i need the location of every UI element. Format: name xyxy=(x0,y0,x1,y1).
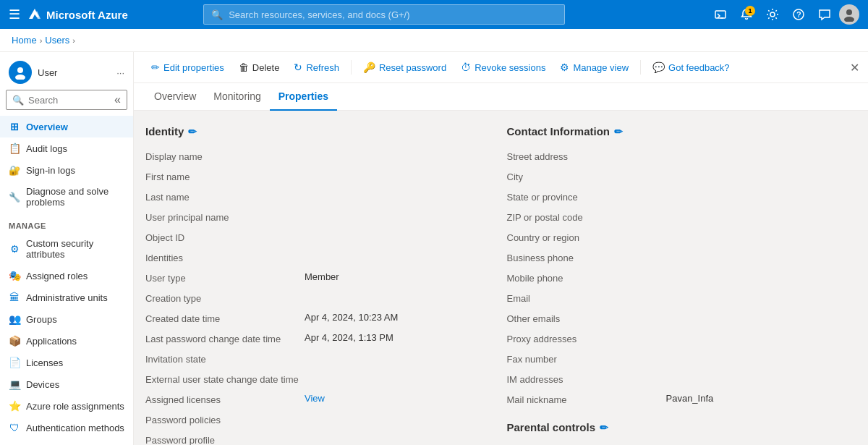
close-button[interactable]: ✕ xyxy=(847,58,862,77)
notifications-icon[interactable]: 1 xyxy=(735,3,758,26)
azure-roles-icon: ⭐ xyxy=(9,400,20,412)
prop-label: City xyxy=(507,170,666,182)
sidebar-item-auth-methods[interactable]: 🛡 Authentication methods xyxy=(0,417,133,438)
sidebar-item-custom-security[interactable]: ⚙ Custom security attributes xyxy=(0,233,133,265)
sidebar-item-groups[interactable]: 👥 Groups xyxy=(0,308,133,330)
app-logo: Microsoft Azure xyxy=(27,7,128,22)
sidebar-collapse-icon[interactable]: « xyxy=(114,93,121,106)
breadcrumb-users[interactable]: Users xyxy=(45,35,69,46)
prop-label: Identities xyxy=(145,251,305,263)
sidebar-item-auth-methods-label: Authentication methods xyxy=(26,423,124,433)
sidebar-item-audit-logs[interactable]: 📋 Audit logs xyxy=(0,137,133,159)
table-row: Proxy addresses xyxy=(507,329,846,349)
toolbar: ✏ Edit properties 🗑 Delete ↻ Refresh 🔑 R… xyxy=(134,52,868,83)
edit-icon: ✏ xyxy=(151,62,160,73)
parental-section-title: Parental controls ✏ xyxy=(507,421,846,433)
contact-section-title: Contact Information ✏ xyxy=(507,125,846,137)
user-avatar[interactable] xyxy=(839,4,859,25)
delete-button[interactable]: 🗑 Delete xyxy=(233,58,286,77)
table-row: Other emails xyxy=(507,308,846,329)
global-search[interactable]: 🔍 xyxy=(203,4,565,25)
prop-label: Fax number xyxy=(507,352,666,365)
feedback-icon: 💬 xyxy=(652,62,665,73)
revoke-sessions-button[interactable]: ⏱ Revoke sessions xyxy=(455,58,551,77)
sidebar-search-box[interactable]: 🔍 « xyxy=(6,90,127,110)
sidebar-search-input[interactable] xyxy=(28,95,110,106)
table-row: Invitation state xyxy=(145,349,484,369)
hamburger-icon[interactable]: ☰ xyxy=(9,7,20,22)
sidebar-item-assigned-roles[interactable]: 🎭 Assigned roles xyxy=(0,265,133,287)
sidebar-item-overview[interactable]: ⊞ Overview xyxy=(0,116,133,137)
search-icon: 🔍 xyxy=(211,9,223,20)
identity-edit-icon[interactable]: ✏ xyxy=(188,126,197,137)
svg-point-10 xyxy=(15,75,25,80)
search-input[interactable] xyxy=(229,9,557,20)
prop-label: Business phone xyxy=(507,251,666,263)
delete-icon: 🗑 xyxy=(239,62,249,73)
tab-monitoring[interactable]: Monitoring xyxy=(205,83,269,111)
manage-section-label: Manage xyxy=(0,213,133,233)
prop-label: First name xyxy=(145,170,305,182)
sidebar-more-options[interactable]: ··· xyxy=(116,67,124,78)
prop-value[interactable]: View xyxy=(305,393,484,404)
prop-label: Created date time xyxy=(145,312,305,324)
table-row: Created date timeApr 4, 2024, 10:23 AM xyxy=(145,308,484,329)
table-row: Last password change date timeApr 4, 202… xyxy=(145,329,484,349)
table-row: Password profile xyxy=(145,430,484,445)
table-row: City xyxy=(507,166,846,187)
reset-password-button[interactable]: 🔑 Reset password xyxy=(357,58,452,77)
feedback-icon[interactable] xyxy=(813,3,836,26)
edit-properties-button[interactable]: ✏ Edit properties xyxy=(145,58,230,77)
sidebar-search-icon: 🔍 xyxy=(12,95,24,106)
sidebar-item-azure-roles[interactable]: ⭐ Azure role assignments xyxy=(0,395,133,417)
prop-label: Other emails xyxy=(507,312,666,324)
sidebar-item-audit-logs-label: Audit logs xyxy=(26,143,67,154)
prop-label: Display name xyxy=(145,150,305,162)
sidebar-item-diagnose[interactable]: 🔧 Diagnose and solve problems xyxy=(0,181,133,213)
table-row: State or province xyxy=(507,187,846,207)
audit-logs-icon: 📋 xyxy=(9,143,20,154)
applications-icon: 📦 xyxy=(9,335,20,347)
feedback-button[interactable]: 💬 Got feedback? xyxy=(647,58,736,77)
breadcrumb-sep-2: › xyxy=(72,36,75,45)
cloud-shell-icon[interactable] xyxy=(709,3,732,26)
top-bar: ☰ Microsoft Azure 🔍 1 ? xyxy=(0,0,868,29)
table-row: ZIP or postal code xyxy=(507,207,846,227)
sidebar-item-devices[interactable]: 💻 Devices xyxy=(0,373,133,395)
sidebar-item-devices-label: Devices xyxy=(26,379,59,390)
contact-edit-icon[interactable]: ✏ xyxy=(614,126,623,137)
identity-fields: Display nameFirst nameLast nameUser prin… xyxy=(145,146,484,445)
right-column: Contact Information ✏ Street addressCity… xyxy=(495,122,857,433)
refresh-button[interactable]: ↻ Refresh xyxy=(288,58,345,77)
sidebar: User ··· 🔍 « ⊞ Overview 📋 Audit logs 🔐 S… xyxy=(0,52,134,445)
sidebar-item-applications[interactable]: 📦 Applications xyxy=(0,330,133,352)
table-row: Last name xyxy=(145,187,484,207)
prop-value: Apr 4, 2024, 1:13 PM xyxy=(305,332,484,343)
sidebar-item-admin-units[interactable]: 🏛 Administrative units xyxy=(0,287,133,308)
manage-view-button[interactable]: ⚙ Manage view xyxy=(554,58,634,77)
sidebar-item-admin-units-label: Administrative units xyxy=(26,292,108,303)
table-row: Creation type xyxy=(145,288,484,308)
help-icon[interactable]: ? xyxy=(787,3,810,26)
main-layout: User ··· 🔍 « ⊞ Overview 📋 Audit logs 🔐 S… xyxy=(0,52,868,445)
tab-properties[interactable]: Properties xyxy=(270,83,337,111)
azure-logo-icon xyxy=(27,7,42,22)
licenses-icon: 📄 xyxy=(9,357,20,368)
table-row: User principal name xyxy=(145,207,484,227)
settings-icon[interactable] xyxy=(761,3,784,26)
tab-overview[interactable]: Overview xyxy=(145,83,205,111)
sidebar-item-diagnose-label: Diagnose and solve problems xyxy=(26,186,124,208)
sidebar-item-sign-in-logs[interactable]: 🔐 Sign-in logs xyxy=(0,159,133,181)
parental-edit-icon[interactable]: ✏ xyxy=(600,422,608,433)
svg-point-8 xyxy=(844,17,854,22)
prop-value: Apr 4, 2024, 10:23 AM xyxy=(305,312,484,323)
sidebar-item-assigned-roles-label: Assigned roles xyxy=(26,271,88,281)
sidebar-item-custom-security-label: Custom security attributes xyxy=(26,238,124,260)
sidebar-item-licenses[interactable]: 📄 Licenses xyxy=(0,352,133,373)
breadcrumb-home[interactable]: Home xyxy=(12,35,37,46)
prop-label: User type xyxy=(145,271,305,284)
app-name: Microsoft Azure xyxy=(46,9,128,21)
identity-section-title: Identity ✏ xyxy=(145,125,484,137)
prop-value: Pavan_Infa xyxy=(666,393,846,404)
tabs: Overview Monitoring Properties xyxy=(134,83,868,111)
